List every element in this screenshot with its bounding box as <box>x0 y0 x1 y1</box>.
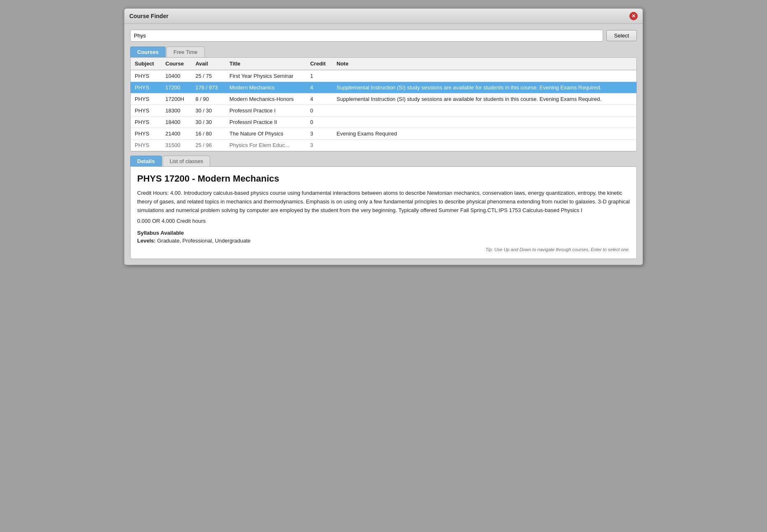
cell-subject: PHYS <box>131 128 161 140</box>
cell-avail: 8 / 90 <box>191 93 225 105</box>
details-tab-bar: Details List of classes <box>130 156 637 166</box>
cell-credit: 4 <box>306 82 332 93</box>
cell-course: 31500 <box>161 140 192 151</box>
cell-title: Physics For Elem Educ... <box>225 140 306 151</box>
col-note: Note <box>332 58 636 70</box>
col-course: Course <box>161 58 192 70</box>
table-row[interactable]: PHYS17200H8 / 90Modern Mechanics-Honors4… <box>131 93 636 105</box>
table-row[interactable]: PHYS1830030 / 30Professnl Practice I0 <box>131 105 636 117</box>
table-row[interactable]: PHYS1040025 / 75First Year Physics Semin… <box>131 70 636 82</box>
dialog-body: Select Courses Free Time Subject Course … <box>124 24 643 265</box>
table-row[interactable]: PHYS2140016 / 80The Nature Of Physics3Ev… <box>131 128 636 140</box>
table-row[interactable]: PHYS3150025 / 96Physics For Elem Educ...… <box>131 140 636 151</box>
cell-note: Evening Exams Required <box>332 128 636 140</box>
levels-value: Graduate, Professional, Undergraduate <box>157 238 250 244</box>
tab-details[interactable]: Details <box>130 156 162 166</box>
cell-course: 18300 <box>161 105 192 117</box>
cell-subject: PHYS <box>131 105 161 117</box>
cell-subject: PHYS <box>131 140 161 151</box>
cell-title: First Year Physics Seminar <box>225 70 306 82</box>
table-row[interactable]: PHYS1840030 / 30Professnl Practice II0 <box>131 117 636 128</box>
tab-list-of-classes[interactable]: List of classes <box>163 156 210 166</box>
course-detail-title: PHYS 17200 - Modern Mechanics <box>137 173 630 184</box>
top-tab-bar: Courses Free Time <box>130 47 637 57</box>
cell-avail: 25 / 96 <box>191 140 225 151</box>
tab-free-time[interactable]: Free Time <box>166 47 205 57</box>
cell-note <box>332 140 636 151</box>
cell-avail: 25 / 75 <box>191 70 225 82</box>
cell-title: Professnl Practice I <box>225 105 306 117</box>
cell-subject: PHYS <box>131 70 161 82</box>
table-header-row: Subject Course Avail Title Credit Note <box>131 58 636 70</box>
col-subject: Subject <box>131 58 161 70</box>
col-title: Title <box>225 58 306 70</box>
search-input[interactable] <box>130 30 603 42</box>
cell-avail: 30 / 30 <box>191 105 225 117</box>
cell-credit: 0 <box>306 105 332 117</box>
cell-note <box>332 70 636 82</box>
cell-note <box>332 117 636 128</box>
course-finder-dialog: Course Finder ✕ Select Courses Free Time… <box>124 8 643 265</box>
cell-credit: 3 <box>306 140 332 151</box>
details-content: PHYS 17200 - Modern Mechanics Credit Hou… <box>130 166 637 259</box>
cell-credit: 4 <box>306 93 332 105</box>
course-credits: 0.000 OR 4.000 Credit hours <box>137 218 630 224</box>
cell-note: Supplemental Instruction (SI) study sess… <box>332 82 636 93</box>
cell-course: 21400 <box>161 128 192 140</box>
course-levels: Levels: Graduate, Professional, Undergra… <box>137 238 630 244</box>
cell-credit: 1 <box>306 70 332 82</box>
cell-course: 17200H <box>161 93 192 105</box>
cell-credit: 3 <box>306 128 332 140</box>
cell-subject: PHYS <box>131 93 161 105</box>
cell-course: 18400 <box>161 117 192 128</box>
cell-title: Modern Mechanics-Honors <box>225 93 306 105</box>
tab-courses[interactable]: Courses <box>130 47 166 57</box>
col-credit: Credit <box>306 58 332 70</box>
tip-text: Tip: Use Up and Down to navigate through… <box>137 247 630 252</box>
levels-label: Levels: <box>137 238 156 244</box>
dialog-title-bar: Course Finder ✕ <box>124 9 643 24</box>
cell-avail: 30 / 30 <box>191 117 225 128</box>
table-row[interactable]: PHYS17200176 / 973Modern Mechanics4Suppl… <box>131 82 636 93</box>
cell-avail: 16 / 80 <box>191 128 225 140</box>
cell-title: Professnl Practice II <box>225 117 306 128</box>
cell-title: The Nature Of Physics <box>225 128 306 140</box>
cell-subject: PHYS <box>131 82 161 93</box>
courses-table-container: Subject Course Avail Title Credit Note P… <box>130 57 637 152</box>
courses-table: Subject Course Avail Title Credit Note P… <box>131 58 636 151</box>
course-description: Credit Hours: 4.00. Introductory calculu… <box>137 189 630 215</box>
cell-note: Supplemental Instruction (SI) study sess… <box>332 93 636 105</box>
cell-course: 10400 <box>161 70 192 82</box>
search-row: Select <box>130 30 637 42</box>
cell-subject: PHYS <box>131 117 161 128</box>
select-button[interactable]: Select <box>606 30 637 41</box>
dialog-title: Course Finder <box>129 13 168 19</box>
cell-avail: 176 / 973 <box>191 82 225 93</box>
close-button[interactable]: ✕ <box>629 12 638 20</box>
syllabus-label: Syllabus Available <box>137 230 630 236</box>
cell-title: Modern Mechanics <box>225 82 306 93</box>
col-avail: Avail <box>191 58 225 70</box>
cell-credit: 0 <box>306 117 332 128</box>
cell-course: 17200 <box>161 82 192 93</box>
cell-note <box>332 105 636 117</box>
